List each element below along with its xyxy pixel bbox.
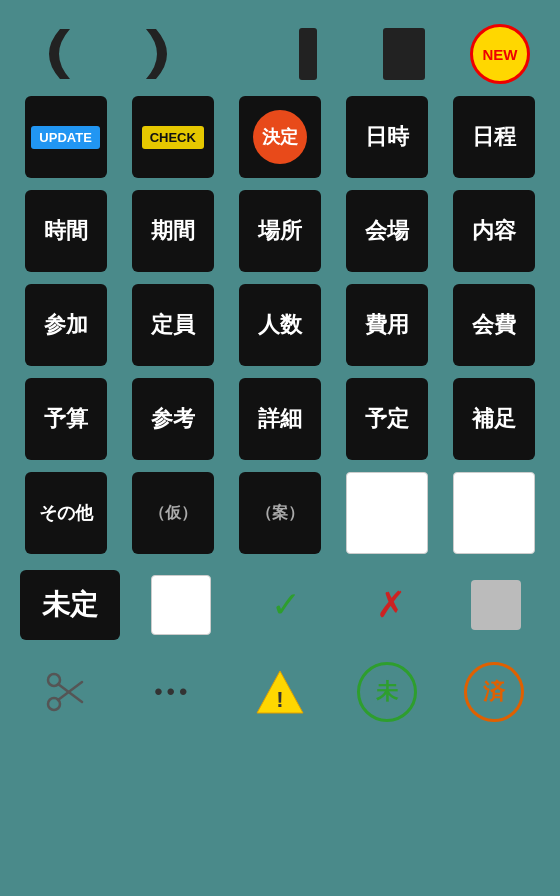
yosan-label: 予算 [25, 378, 107, 460]
cell-blank-1 [342, 472, 433, 554]
blank-tile-1 [346, 472, 428, 554]
scissors-svg [44, 672, 88, 712]
row-labels-4: 予算 参考 詳細 予定 補足 [0, 372, 560, 466]
sankou-label: 参考 [132, 378, 214, 460]
svg-text:!: ! [276, 687, 283, 712]
cell-naiyou: 内容 [449, 190, 540, 272]
naiyou-label: 内容 [453, 190, 535, 272]
warning-svg: ! [255, 669, 305, 715]
kaijo-label: 会場 [346, 190, 428, 272]
cell-sumi: 済 [449, 662, 540, 722]
new-badge: NEW [470, 24, 530, 84]
an-label: （案） [239, 472, 321, 554]
nittei-label: 日程 [453, 96, 535, 178]
blank-tile-2 [453, 472, 535, 554]
check-tile: CHECK [132, 96, 214, 178]
update-tile: UPDATE [25, 96, 107, 178]
dots-icon: ••• [143, 662, 203, 722]
svg-line-3 [58, 684, 82, 702]
cell-basho: 場所 [234, 190, 325, 272]
cell-bracket-right [116, 24, 196, 84]
cell-sankou: 参考 [127, 378, 218, 460]
row-brackets: NEW [0, 18, 560, 90]
cell-jikan: 時間 [20, 190, 111, 272]
blank-tile-medium [151, 575, 211, 635]
cell-rect-wide [364, 24, 444, 84]
cell-update: UPDATE [20, 96, 111, 178]
cell-xmark: ✗ [346, 575, 435, 635]
cell-checkmark: ✓ [241, 575, 330, 635]
cell-dots: ••• [127, 662, 218, 722]
nichiji-label: 日時 [346, 96, 428, 178]
scissors-icon [36, 662, 96, 722]
cell-kari: （仮） [127, 472, 218, 554]
rect-wide-icon [379, 24, 429, 84]
cell-scissors [20, 662, 111, 722]
cell-nichiji: 日時 [342, 96, 433, 178]
cell-kettei: 決定 [234, 96, 325, 178]
mi-badge: 未 [357, 662, 417, 722]
sonota-label: その他 [25, 472, 107, 554]
cell-warning: ! [234, 662, 325, 722]
grey-square-icon [471, 580, 521, 630]
hiyou-label: 費用 [346, 284, 428, 366]
cell-blank-2 [449, 472, 540, 554]
checkmark-icon: ✓ [256, 575, 316, 635]
row-labels-1: UPDATE CHECK 決定 日時 日程 [0, 90, 560, 184]
sanka-label: 参加 [25, 284, 107, 366]
warning-icon: ! [250, 662, 310, 722]
check-label: CHECK [142, 126, 204, 149]
update-label: UPDATE [31, 126, 99, 149]
cell-ninzu: 人数 [234, 284, 325, 366]
basho-label: 場所 [239, 190, 321, 272]
teiin-label: 定員 [132, 284, 214, 366]
rect-narrow-icon [291, 24, 326, 84]
jikan-label: 時間 [25, 190, 107, 272]
cell-hosoku: 補足 [449, 378, 540, 460]
cell-rect-narrow [268, 24, 348, 84]
cell-an: （案） [234, 472, 325, 554]
row-labels-3: 参加 定員 人数 費用 会費 [0, 278, 560, 372]
kettei-tile: 決定 [239, 96, 321, 178]
cell-kaijo: 会場 [342, 190, 433, 272]
cell-check: CHECK [127, 96, 218, 178]
kaihi-label: 会費 [453, 284, 535, 366]
shousai-label: 詳細 [239, 378, 321, 460]
hosoku-label: 補足 [453, 378, 535, 460]
row-labels-2: 時間 期間 場所 会場 内容 [0, 184, 560, 278]
cell-sanka: 参加 [20, 284, 111, 366]
cell-kikan: 期間 [127, 190, 218, 272]
kikan-label: 期間 [132, 190, 214, 272]
kettei-label: 決定 [253, 110, 307, 164]
kari-label: （仮） [132, 472, 214, 554]
cell-blank-medium [136, 575, 225, 635]
cell-shousai: 詳細 [234, 378, 325, 460]
row-icons: ••• ! 未 済 [0, 656, 560, 728]
bracket-right-icon [136, 24, 176, 84]
cell-new-badge: NEW [460, 24, 540, 84]
cell-bracket-left [20, 24, 100, 84]
xmark-icon: ✗ [361, 575, 421, 635]
miteig-label: 未定 [20, 570, 120, 640]
svg-line-5 [58, 682, 82, 700]
cell-yotei: 予定 [342, 378, 433, 460]
bracket-left-icon [40, 24, 80, 84]
cell-miteig: 未定 [20, 570, 120, 640]
cell-kaihi: 会費 [449, 284, 540, 366]
ninzu-label: 人数 [239, 284, 321, 366]
yotei-label: 予定 [346, 378, 428, 460]
cell-sonota: その他 [20, 472, 111, 554]
cell-nittei: 日程 [449, 96, 540, 178]
svg-rect-1 [383, 28, 425, 80]
svg-rect-0 [299, 28, 317, 80]
cell-hiyou: 費用 [342, 284, 433, 366]
row-labels-5: その他 （仮） （案） [0, 466, 560, 560]
cell-mi: 未 [342, 662, 433, 722]
cell-yosan: 予算 [20, 378, 111, 460]
row-misc: 未定 ✓ ✗ [0, 564, 560, 646]
cell-teiin: 定員 [127, 284, 218, 366]
cell-grey-square [451, 580, 540, 630]
sumi-badge: 済 [464, 662, 524, 722]
